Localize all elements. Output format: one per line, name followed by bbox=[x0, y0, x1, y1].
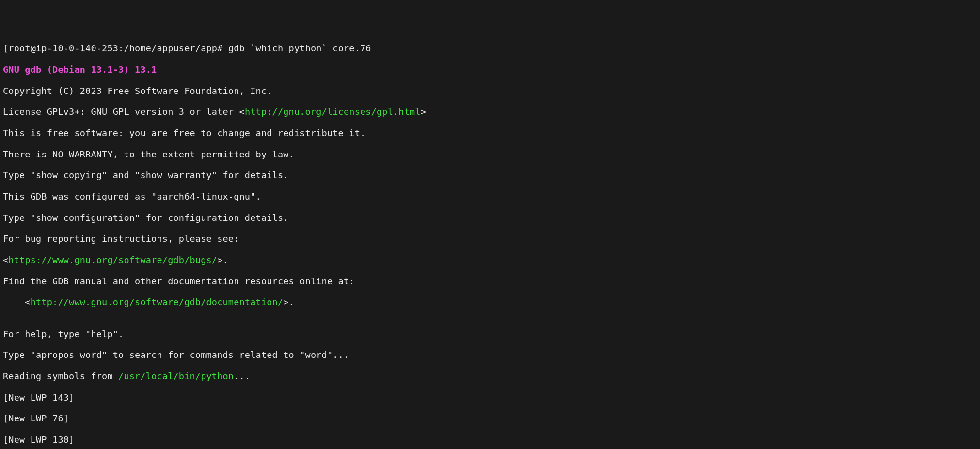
reading-pre: Reading symbols from bbox=[3, 371, 118, 381]
reading-symbols: Reading symbols from /usr/local/bin/pyth… bbox=[3, 371, 977, 382]
help-line: For help, type "help". bbox=[3, 329, 977, 340]
angle-open: < bbox=[3, 255, 8, 265]
license-pre: License GPLv3+: GNU GPL version 3 or lat… bbox=[3, 107, 245, 117]
license-line: License GPLv3+: GNU GPL version 3 or lat… bbox=[3, 107, 977, 117]
bracket: [ bbox=[3, 43, 8, 53]
no-warranty: There is NO WARRANTY, to the extent perm… bbox=[3, 149, 977, 160]
show-copying: Type "show copying" and "show warranty" … bbox=[3, 170, 977, 181]
copyright: Copyright (C) 2023 Free Software Foundat… bbox=[3, 86, 977, 96]
doc-post: >. bbox=[283, 297, 294, 307]
lwp-line: [New LWP 143] bbox=[3, 392, 977, 403]
path: :/home/appuser/app# bbox=[118, 43, 228, 53]
reading-post: ... bbox=[234, 371, 250, 381]
gdb-banner: GNU gdb (Debian 13.1-3) 13.1 bbox=[3, 64, 977, 75]
bug-url-line: <https://www.gnu.org/software/gdb/bugs/>… bbox=[3, 255, 977, 265]
configured-as: This GDB was configured as "aarch64-linu… bbox=[3, 191, 977, 202]
user-host: root@ip-10-0-140-253 bbox=[8, 43, 118, 53]
python-path: /usr/local/bin/python bbox=[118, 371, 234, 381]
doc-url-line: <http://www.gnu.org/software/gdb/documen… bbox=[3, 297, 977, 308]
prompt-line[interactable]: [root@ip-10-0-140-253:/home/appuser/app#… bbox=[3, 43, 977, 54]
free-sw: This is free software: you are free to c… bbox=[3, 128, 977, 139]
doc-pre: < bbox=[3, 297, 31, 307]
license-url: http://gnu.org/licenses/gpl.html bbox=[245, 107, 421, 117]
bug-report: For bug reporting instructions, please s… bbox=[3, 233, 977, 244]
show-config: Type "show configuration" for configurat… bbox=[3, 213, 977, 223]
doc-url: http://www.gnu.org/software/gdb/document… bbox=[31, 297, 284, 307]
apropos-line: Type "apropos word" to search for comman… bbox=[3, 350, 977, 360]
license-post: > bbox=[421, 107, 426, 117]
command: gdb `which python` core.76 bbox=[228, 43, 371, 53]
lwp-line: [New LWP 138] bbox=[3, 434, 977, 445]
bug-url: https://www.gnu.org/software/gdb/bugs/ bbox=[8, 255, 217, 265]
find-manual: Find the GDB manual and other documentat… bbox=[3, 276, 977, 287]
lwp-line: [New LWP 76] bbox=[3, 413, 977, 424]
angle-close: >. bbox=[217, 255, 228, 265]
